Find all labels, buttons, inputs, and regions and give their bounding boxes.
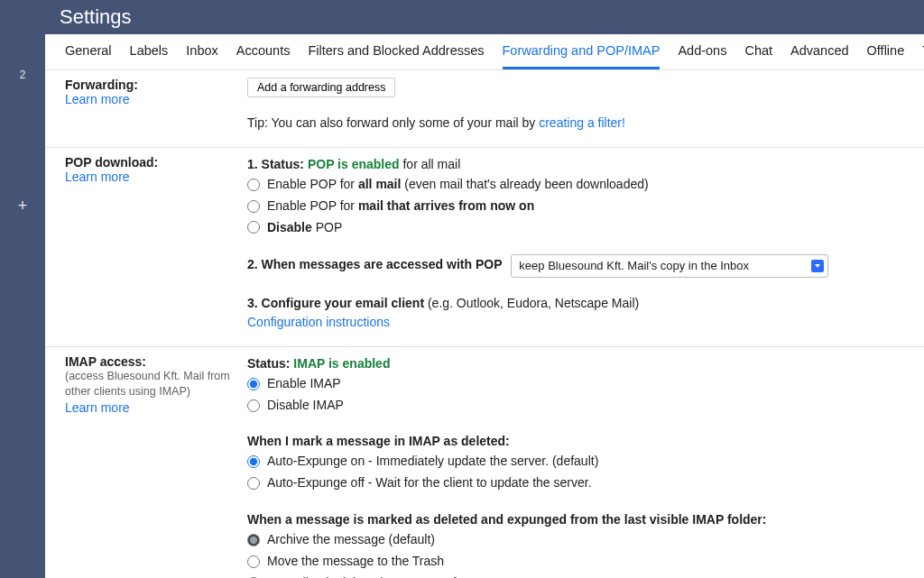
- pop-opt1-a: Enable POP for: [267, 177, 358, 191]
- section-pop: POP download: Learn more 1. Status: POP …: [45, 148, 924, 347]
- pop-status-label: 1. Status:: [247, 157, 308, 171]
- section-forwarding: Forwarding: Learn more Add a forwarding …: [45, 70, 924, 148]
- archive-message-label: Archive the message (default): [267, 529, 435, 551]
- forwarding-tip-text: Tip: You can also forward only some of y…: [247, 115, 539, 130]
- tab-chat[interactable]: Chat: [744, 43, 772, 69]
- page-title: Settings: [45, 0, 924, 34]
- pop-disable-radio[interactable]: [247, 221, 260, 234]
- imap-status-label: Status:: [247, 356, 293, 371]
- pop-status-value: POP is enabled: [308, 157, 400, 171]
- delete-forever-label: Immediately delete the message forever: [267, 573, 492, 578]
- pop-status-suffix: for all mail: [400, 157, 461, 171]
- imap-enable-radio[interactable]: [247, 378, 260, 390]
- tab-accounts[interactable]: Accounts: [236, 43, 291, 69]
- pop-access-select-value: keep Bluesound Kft. Mail's copy in the I…: [519, 257, 749, 275]
- tab-offline[interactable]: Offline: [867, 43, 905, 69]
- pop-enable-all-radio[interactable]: [247, 179, 260, 191]
- imap-enable-label: Enable IMAP: [267, 373, 341, 395]
- pop-access-select[interactable]: keep Bluesound Kft. Mail's copy in the I…: [511, 254, 828, 278]
- add-forwarding-address-button[interactable]: Add a forwarding address: [247, 78, 395, 97]
- imap-learn-more-link[interactable]: Learn more: [65, 400, 130, 415]
- pop-opt2-b: mail that arrives from now on: [358, 198, 534, 213]
- pop-title: POP download:: [65, 155, 238, 170]
- move-to-trash-label: Move the message to the Trash: [267, 551, 444, 573]
- dropdown-caret-icon: [811, 260, 824, 272]
- pop-configure-examples: (e.g. Outlook, Eudora, Netscape Mail): [424, 296, 639, 310]
- tab-inbox[interactable]: Inbox: [186, 43, 217, 69]
- mail-count-badge: 2: [20, 69, 26, 81]
- auto-expunge-off-label: Auto-Expunge off - Wait for the client t…: [267, 472, 592, 494]
- archive-message-radio[interactable]: [247, 534, 260, 546]
- pop-enable-now-radio[interactable]: [247, 200, 260, 213]
- tab-addons[interactable]: Add-ons: [678, 43, 726, 69]
- tab-general[interactable]: General: [65, 43, 112, 69]
- create-filter-link[interactable]: creating a filter!: [539, 115, 625, 130]
- forwarding-learn-more-link[interactable]: Learn more: [65, 92, 130, 106]
- tab-forwarding-pop-imap[interactable]: Forwarding and POP/IMAP: [503, 43, 661, 69]
- imap-subtitle: (access Bluesound Kft. Mail from other c…: [65, 369, 238, 400]
- imap-title: IMAP access:: [65, 354, 238, 369]
- imap-mark-deleted-heading: When I mark a message in IMAP as deleted…: [247, 432, 904, 451]
- imap-expunge-heading: When a message is marked as deleted and …: [247, 510, 904, 529]
- pop-opt3-b: POP: [312, 220, 342, 234]
- configuration-instructions-link[interactable]: Configuration instructions: [247, 315, 390, 329]
- auto-expunge-on-radio[interactable]: [247, 455, 260, 468]
- forwarding-title: Forwarding:: [65, 78, 238, 92]
- auto-expunge-on-label: Auto-Expunge on - Immediately update the…: [267, 451, 598, 472]
- move-to-trash-radio[interactable]: [247, 555, 260, 568]
- pop-learn-more-link[interactable]: Learn more: [65, 170, 130, 184]
- pop-opt1-c: (even mail that's already been downloade…: [401, 177, 648, 191]
- section-imap: IMAP access: (access Bluesound Kft. Mail…: [45, 347, 924, 578]
- settings-tabs: General Labels Inbox Accounts Filters an…: [45, 34, 924, 70]
- pop-opt2-a: Enable POP for: [267, 198, 358, 213]
- pop-access-heading: 2. When messages are accessed with POP: [247, 258, 502, 272]
- compose-plus-icon[interactable]: +: [18, 197, 28, 216]
- auto-expunge-off-radio[interactable]: [247, 477, 260, 490]
- imap-disable-radio[interactable]: [247, 399, 260, 412]
- pop-configure-heading: 3. Configure your email client: [247, 296, 424, 310]
- imap-disable-label: Disable IMAP: [267, 395, 344, 417]
- settings-content: General Labels Inbox Accounts Filters an…: [45, 34, 924, 578]
- settings-body: Forwarding: Learn more Add a forwarding …: [45, 70, 924, 578]
- tab-filters[interactable]: Filters and Blocked Addresses: [308, 43, 484, 69]
- imap-status-value: IMAP is enabled: [293, 356, 390, 371]
- pop-opt3-a: Disable: [267, 220, 312, 234]
- left-rail: 2 +: [0, 0, 45, 578]
- tab-labels[interactable]: Labels: [130, 43, 169, 69]
- pop-opt1-b: all mail: [358, 177, 401, 191]
- tab-advanced[interactable]: Advanced: [790, 43, 849, 69]
